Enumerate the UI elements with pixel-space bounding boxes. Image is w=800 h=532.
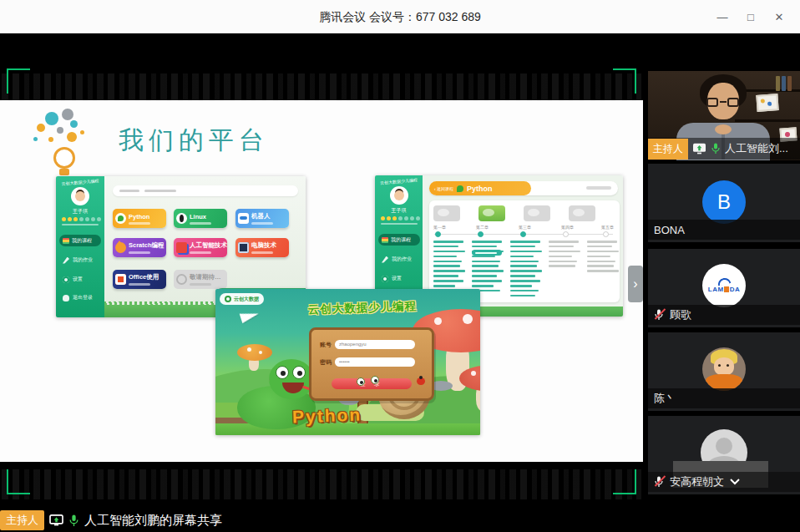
avatar-letter: B — [702, 180, 746, 224]
snake-icon — [115, 213, 126, 224]
stage-thumbnail-active — [478, 205, 505, 221]
chevron-right-icon: › — [633, 276, 637, 291]
student-avatar — [390, 186, 408, 205]
minimize-button[interactable]: — — [708, 0, 737, 33]
ladybug-icon — [417, 377, 425, 385]
minimize-icon: — — [717, 11, 728, 23]
share-indicator-text: 人工智能刘鹏的屏幕共享 — [84, 513, 222, 529]
maximize-button[interactable]: □ — [737, 0, 765, 33]
books-icon — [63, 238, 69, 244]
shared-slide: 我们的平台 云创大数据少儿编程 王子琪 我的课程 我的作业 — [0, 100, 643, 462]
chevron-down-icon[interactable] — [730, 479, 740, 485]
sidebar-item-logout: 退出登录 — [63, 294, 93, 301]
photo-avatar — [702, 347, 746, 391]
titlebar: 腾讯会议 会议号：677 032 689 — □ ✕ — [0, 0, 800, 33]
screen-share-area: 我们的平台 云创大数据少儿编程 王子琪 我的课程 我的作业 — [0, 33, 645, 532]
sidebar-item-settings: 设置 — [63, 276, 83, 283]
participant-name: 顾歌 — [670, 307, 691, 322]
course-card-computer: 电脑技术 — [235, 238, 289, 257]
screenshot-game-login: 云创大数据 云创大数据少儿编程 — [215, 289, 480, 435]
medals-row — [381, 216, 420, 220]
gear-icon — [382, 276, 388, 282]
host-badge: 主持人 — [648, 139, 688, 160]
share-border-corner — [7, 68, 30, 94]
cat-icon — [115, 242, 126, 253]
laptop-icon — [238, 242, 249, 253]
penguin-icon — [176, 213, 187, 224]
lambda-logo-avatar: LAMDA — [702, 264, 746, 307]
participant-label: BONA — [648, 220, 800, 240]
pen-icon — [382, 256, 388, 263]
mic-muted-icon — [654, 475, 666, 489]
snake-icon — [457, 185, 463, 192]
snake-head — [269, 359, 314, 399]
medals-row — [62, 217, 101, 221]
mushroom — [237, 344, 272, 361]
course-card-office: Office使用 — [113, 270, 166, 289]
gear-icon — [63, 276, 69, 283]
dashboard-sidebar: 云创大数据少儿编程 王子琪 我的课程 我的作业 设置 — [56, 176, 104, 317]
screen-share-icon — [49, 514, 63, 527]
participant-label: 主持人 人工智能刘... — [648, 138, 800, 160]
participant-tile-bona[interactable]: B BONA — [648, 164, 800, 242]
outline-panel: 第一章 第二章 第三章 第四章 第五章 — [429, 200, 620, 302]
password-label: 密码 — [320, 358, 332, 367]
office-icon — [115, 274, 126, 285]
watermark-row-top — [2, 73, 641, 104]
watermark-row-bottom — [2, 469, 641, 499]
sidebar-item-courses: 我的课程 — [378, 234, 420, 246]
game-logo: 云创大数据 — [220, 293, 264, 305]
spinner-icon — [176, 274, 187, 285]
password-input: •••••• — [335, 357, 415, 367]
books-icon — [382, 237, 388, 243]
course-title: Python — [467, 185, 493, 193]
course-header-bar: ‹ 返回课程 Python — [429, 181, 531, 195]
share-border-corner — [7, 469, 30, 494]
pen-icon — [63, 257, 69, 264]
tencent-meeting-window: 腾讯会议 会议号：677 032 689 — □ ✕ — [0, 0, 800, 532]
participant-label: 安高程朝文 — [648, 472, 800, 492]
course-card-linux: Linux — [174, 209, 227, 228]
stage-thumbnail — [524, 205, 550, 221]
robot-icon — [238, 213, 249, 224]
close-icon: ✕ — [775, 11, 784, 23]
mic-on-icon — [711, 142, 721, 155]
lesson-list — [510, 241, 544, 300]
participants-sidebar: 主持人 人工智能刘... B BONA — [645, 33, 800, 532]
share-border-corner — [613, 68, 636, 94]
participant-name: 陈丶 — [654, 391, 676, 406]
mic-on-icon — [68, 514, 79, 528]
stage-thumbnail — [433, 205, 460, 221]
student-avatar — [71, 187, 89, 205]
share-indicator: 主持人 人工智能刘鹏的屏幕共享 — [0, 509, 222, 532]
collapse-sidebar-tab[interactable]: › — [628, 266, 643, 302]
participant-tile-gu-ge[interactable]: LAMDA 顾歌 — [648, 249, 800, 327]
course-card-coming-soon: 敬请期待… — [174, 270, 227, 289]
participant-tile-host[interactable]: 主持人 人工智能刘... — [648, 71, 800, 160]
close-button[interactable]: ✕ — [765, 0, 793, 33]
participant-tile-chen[interactable]: 陈丶 — [648, 332, 800, 411]
current-lesson-highlight — [472, 250, 502, 256]
participant-name: 安高程朝文 — [670, 474, 724, 489]
sidebar-item-courses: 我的课程 — [59, 235, 101, 246]
back-link: ‹ 返回课程 — [434, 186, 453, 191]
share-border-corner — [613, 469, 636, 494]
python-brand-text: Python — [292, 405, 362, 428]
lesson-list — [472, 241, 505, 295]
window-title: 腾讯会议 会议号：677 032 689 — [0, 0, 800, 33]
participant-label: 顾歌 — [648, 305, 800, 325]
lesson-list — [587, 241, 620, 275]
chip-icon — [176, 242, 187, 253]
course-header: ‹ 返回课程 Python — [429, 181, 618, 195]
course-card-scratch: Scratch编程 — [113, 238, 166, 257]
host-badge: 主持人 — [0, 510, 44, 530]
participant-tile-an-gao[interactable]: 安高程朝文 — [648, 416, 800, 494]
dashboard-logo: 云创大数据少儿编程 — [56, 177, 104, 186]
account-input: zhaopengyu — [335, 340, 415, 349]
participant-name: 人工智能刘... — [725, 141, 788, 156]
sidebar-item-homework: 我的作业 — [382, 256, 412, 263]
mic-muted-icon — [654, 308, 666, 322]
window-controls: — □ ✕ — [708, 0, 793, 33]
swoosh-icon — [716, 276, 731, 286]
course-card-python: Python — [113, 209, 166, 228]
